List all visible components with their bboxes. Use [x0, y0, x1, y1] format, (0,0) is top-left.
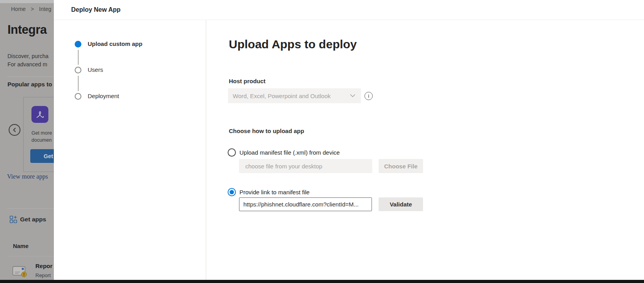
row-subtitle: Report: [35, 272, 51, 278]
panel-title: Deploy New App: [71, 6, 121, 13]
page-subtitle-line2: For advanced m: [7, 61, 47, 68]
top-edge-strip: [0, 0, 54, 3]
radio-label: Provide link to manifest file: [239, 189, 309, 195]
card-text-line1: Get more: [31, 130, 52, 136]
step-dot: [75, 93, 81, 100]
get-apps-button[interactable]: Get apps: [9, 215, 46, 223]
radio-unchecked-icon: [228, 148, 236, 157]
radio-provide-link[interactable]: Provide link to manifest file: [228, 188, 309, 196]
view-more-apps-link[interactable]: View more apps: [7, 173, 48, 180]
radio-label: Upload manifest file (.xml) from device: [239, 149, 340, 156]
popular-apps-heading: Popular apps to: [7, 81, 52, 88]
choose-file-button[interactable]: Choose File: [379, 159, 423, 173]
step-connector: [78, 76, 79, 91]
step-dot: [75, 67, 81, 73]
radio-checked-icon: [228, 188, 236, 196]
manifest-file-input[interactable]: [239, 159, 372, 173]
panel-header: Deploy New App: [54, 0, 644, 20]
content-heading: Upload Apps to deploy: [229, 38, 357, 51]
step-label: Users: [88, 66, 103, 73]
host-product-label: Host product: [229, 78, 265, 84]
divider: [7, 77, 54, 77]
info-glyph: i: [368, 93, 369, 99]
host-product-dropdown[interactable]: Word, Excel, Powerpoint and Outlook: [228, 88, 361, 103]
get-apps-label: Get apps: [20, 216, 46, 223]
screen: Home > Integ Integra Discover, purcha Fo…: [0, 0, 644, 283]
background-page: Home > Integ Integra Discover, purcha Fo…: [0, 0, 54, 283]
carousel-prev-button[interactable]: [9, 124, 20, 136]
validate-button[interactable]: Validate: [379, 197, 423, 211]
divider: [206, 20, 206, 280]
breadcrumb: Home > Integ: [11, 6, 51, 12]
mail-alert-icon: [12, 265, 28, 278]
table-row[interactable]: Repor Report: [0, 261, 54, 281]
page-subtitle-line1: Discover, purcha: [7, 53, 48, 59]
deploy-new-app-panel: Deploy New App Upload custom app Users D…: [54, 0, 644, 283]
step-connector: [78, 50, 79, 65]
divider: [54, 20, 644, 20]
row-title: Repor: [35, 263, 52, 269]
chevron-down-icon: [350, 94, 355, 98]
table-header-name[interactable]: Name: [13, 243, 29, 249]
chevron-left-icon: [12, 127, 17, 133]
get-button[interactable]: Get: [30, 149, 54, 163]
page-title: Integra: [7, 23, 47, 37]
step-label: Deployment: [88, 93, 119, 99]
radio-upload-manifest-file[interactable]: Upload manifest file (.xml) from device: [228, 148, 340, 157]
divider: [7, 256, 54, 256]
breadcrumb-home-link[interactable]: Home: [11, 6, 26, 12]
get-apps-icon: [9, 215, 17, 223]
adobe-acrobat-icon: [31, 106, 48, 123]
breadcrumb-separator-icon: >: [31, 6, 34, 12]
choose-upload-label: Choose how to upload app: [229, 128, 304, 134]
step-active-dot: [75, 41, 81, 47]
card-text-line2: documen: [31, 137, 52, 143]
breadcrumb-current: Integ: [39, 6, 51, 12]
step-label: Upload custom app: [88, 40, 142, 47]
bottom-edge-bar: [0, 280, 644, 283]
app-card: Get more documen Get: [23, 97, 54, 172]
divider: [7, 208, 54, 209]
info-icon[interactable]: i: [364, 92, 373, 100]
host-product-value: Word, Excel, Powerpoint and Outlook: [233, 93, 350, 99]
manifest-link-input[interactable]: [239, 197, 372, 211]
